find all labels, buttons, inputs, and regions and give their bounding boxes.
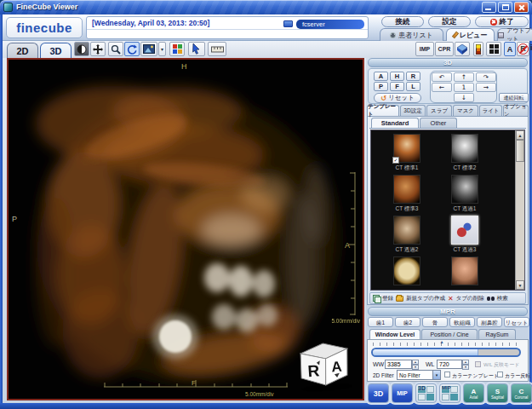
tab-window-level[interactable]: Window Level: [369, 329, 420, 339]
orientation-marker-button[interactable]: R: [517, 42, 529, 56]
tab-position-cine[interactable]: Position / Cine: [421, 329, 478, 339]
snapshot-button[interactable]: [140, 42, 157, 56]
orient-a-button[interactable]: A: [374, 72, 388, 81]
imp-button[interactable]: IMP: [415, 42, 434, 56]
close-button[interactable]: [514, 2, 529, 13]
pan-button[interactable]: [90, 42, 106, 56]
subtab-other[interactable]: Other: [420, 118, 457, 128]
server-name: fcserver: [296, 20, 364, 29]
layout-3d-button[interactable]: 3D: [368, 383, 389, 403]
orient-h-button[interactable]: H: [390, 72, 404, 81]
zoom-button[interactable]: [108, 42, 123, 56]
rotate-ccw-button[interactable]: ↶: [432, 72, 452, 82]
tab-slab[interactable]: スラブ: [426, 105, 452, 116]
window-border-bottom: [0, 403, 532, 409]
viewport-3d[interactable]: H P A 5.00mm/div F 5.00mm/div R A: [7, 58, 364, 400]
preset-bone-button[interactable]: 骨: [422, 317, 448, 327]
new-tab-button[interactable]: 新規タブの作成: [406, 295, 445, 302]
orient-f-button[interactable]: F: [390, 82, 404, 91]
ww-input[interactable]: 3385: [385, 360, 412, 369]
scroll-up-arrow[interactable]: ▲: [516, 130, 524, 140]
tab-review[interactable]: レビュー: [446, 28, 495, 41]
register-icon: [373, 295, 380, 302]
rotate-cw-button[interactable]: ↷: [476, 72, 496, 82]
tab-light[interactable]: ライト: [479, 105, 502, 116]
measure-button[interactable]: [208, 42, 226, 56]
layout-sagittal-button[interactable]: S Sagittal: [487, 383, 508, 403]
preset-ct-standard2[interactable]: [451, 134, 478, 163]
tab-3d-settings[interactable]: 3D設定: [400, 105, 426, 116]
scroll-down-arrow[interactable]: ▼: [516, 280, 524, 290]
gallery-scrollbar[interactable]: ▲ ▼: [515, 130, 524, 290]
minimize-button[interactable]: [482, 2, 496, 13]
tab-3d[interactable]: 3D: [40, 43, 72, 58]
annotations-button[interactable]: A: [504, 42, 516, 56]
orientation-label-anterior: A: [345, 241, 350, 250]
maximize-button[interactable]: [498, 2, 512, 13]
layout-grid-icon: [173, 44, 182, 54]
color-invert-label: カラー反転: [505, 372, 530, 380]
preset-axial-slice[interactable]: [393, 256, 420, 285]
tab-mask[interactable]: マスク: [453, 105, 478, 116]
pointer-button[interactable]: [188, 42, 205, 56]
rotate-left-button[interactable]: ←: [432, 83, 452, 92]
orientation-cube[interactable]: R A: [289, 333, 359, 394]
colorbar-button[interactable]: [473, 42, 483, 56]
preset-checked-checkbox[interactable]: ✓: [392, 157, 399, 164]
preset-tooth2-button[interactable]: 歯2: [395, 317, 420, 327]
filter-select[interactable]: No Filter ▾: [397, 370, 441, 380]
quad-view-button[interactable]: [486, 42, 501, 56]
contrast-button[interactable]: [74, 42, 89, 56]
tab-template[interactable]: テンプレート: [367, 105, 399, 116]
layout-mip-quad-button[interactable]: MIP: [439, 383, 460, 403]
rotate-step-field[interactable]: 1: [454, 83, 474, 92]
tab-options[interactable]: オプション: [503, 105, 529, 116]
delete-tab-button[interactable]: タブの削除: [456, 295, 484, 302]
preset-sinus-button[interactable]: 副鼻腔: [477, 317, 502, 327]
layout-button[interactable]: [169, 42, 185, 56]
preset-soft-tissue-button[interactable]: 軟組織: [449, 317, 475, 327]
tab-raysum[interactable]: RaySum: [478, 329, 516, 339]
layout-coronal-button[interactable]: C Coronal: [511, 383, 532, 403]
orient-r-button[interactable]: R: [406, 72, 420, 81]
scroll-thumb[interactable]: [516, 140, 524, 162]
continuous-rotation-button[interactable]: 連続回転: [499, 93, 529, 102]
preset-tooth1-button[interactable]: 歯1: [368, 317, 393, 327]
color-invert-checkbox[interactable]: [497, 372, 503, 377]
volume-button[interactable]: [455, 42, 470, 56]
reset-3d-button[interactable]: ↺ リセット: [374, 93, 421, 103]
settings-button[interactable]: 設定: [428, 16, 471, 27]
tab-output[interactable]: アウトプット: [497, 28, 532, 41]
preset-ct-standard3[interactable]: [393, 175, 420, 204]
connect-button[interactable]: 接続: [381, 16, 424, 27]
subtab-standard[interactable]: Standard: [371, 118, 419, 128]
rotate-right-button[interactable]: →: [476, 83, 496, 92]
preset-ct-trans2[interactable]: [393, 216, 420, 245]
rotate-button[interactable]: [124, 42, 140, 56]
layout-3d-quad-button[interactable]: 3D: [415, 383, 437, 403]
register-button[interactable]: 登録: [382, 295, 393, 302]
rotate-up-button[interactable]: ↑: [454, 72, 474, 82]
orient-p-button[interactable]: P: [374, 82, 388, 91]
snapshot-dropdown[interactable]: ▾: [158, 42, 166, 56]
rotate-down-button[interactable]: ↓: [454, 93, 474, 102]
preset-ct-trans1[interactable]: [451, 175, 478, 204]
preset-reset-button[interactable]: リセット: [504, 317, 529, 327]
color-template-checkbox[interactable]: [444, 372, 450, 377]
layout-mip-button[interactable]: MIP: [392, 383, 413, 403]
wl-input[interactable]: 720: [437, 360, 462, 369]
cpr-button[interactable]: CPR: [435, 42, 454, 56]
window-level-slider[interactable]: [371, 348, 521, 357]
ww-spinner[interactable]: ▲▼: [412, 360, 419, 369]
layout-axial-button[interactable]: A Axial: [463, 383, 484, 403]
rotate-icon: [127, 44, 137, 55]
preset-ct-trans3[interactable]: [451, 216, 478, 245]
orient-l-button[interactable]: L: [406, 82, 420, 91]
preset-face[interactable]: [451, 256, 478, 285]
tab-2d[interactable]: 2D: [7, 43, 38, 58]
wl-mode-checkbox[interactable]: [475, 361, 481, 367]
tab-patient-list[interactable]: 患者リスト: [380, 28, 443, 41]
wl-spinner[interactable]: ▲▼: [462, 360, 469, 369]
preset-ct-standard1[interactable]: ✓: [393, 134, 420, 163]
search-button[interactable]: 検索: [497, 295, 508, 302]
